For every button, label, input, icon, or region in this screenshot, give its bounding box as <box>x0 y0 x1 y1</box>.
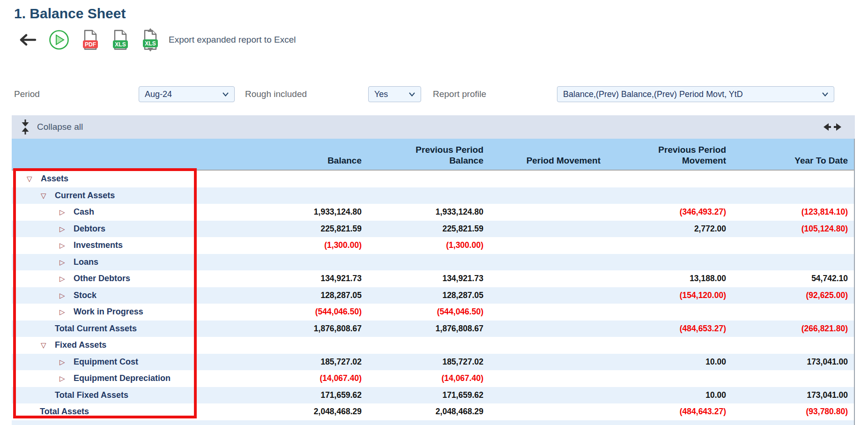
cell-previous-period-balance: 134,921.73 <box>369 270 490 287</box>
table-toolbar: Collapse all <box>12 115 855 139</box>
expand-triangle-icon[interactable]: ▽ <box>27 175 41 182</box>
run-report-icon[interactable] <box>49 30 69 50</box>
report-profile-select[interactable]: Balance,(Prev) Balance,(Prev) Period Mov… <box>557 86 834 102</box>
cell-previous-period-movement <box>608 187 733 204</box>
table-row: ▽ Liabilities <box>12 420 854 425</box>
cell-period-movement <box>490 237 608 254</box>
cell-period-movement <box>490 254 608 271</box>
export-expanded-excel-icon[interactable]: XLS <box>141 28 159 52</box>
cell-balance: 2,048,468.29 <box>215 403 369 420</box>
cell-year-to-date <box>733 420 855 425</box>
cell-balance <box>215 187 369 204</box>
back-arrow-icon[interactable] <box>20 33 37 47</box>
export-pdf-icon[interactable]: PDF <box>82 29 99 51</box>
header-account <box>12 139 215 170</box>
period-select-value: Aug-24 <box>145 89 172 99</box>
export-excel-icon[interactable]: XLS <box>111 29 129 51</box>
expand-triangle-icon[interactable]: ▷ <box>59 358 74 365</box>
cell-previous-period-movement <box>608 237 733 254</box>
cell-previous-period-movement: (154,120.00) <box>608 287 733 304</box>
cell-period-movement <box>490 204 608 221</box>
expand-triangle-icon[interactable]: ▽ <box>41 192 55 199</box>
expand-triangle-icon[interactable]: ▷ <box>59 259 74 266</box>
cell-previous-period-movement: 10.00 <box>608 354 733 371</box>
row-label: Current Assets <box>55 191 115 201</box>
header-period-movement: Period Movement <box>490 139 608 170</box>
cell-balance: (544,046.50) <box>215 304 369 321</box>
chevron-down-icon <box>409 92 415 97</box>
cell-year-to-date: (123,814.10) <box>733 204 855 221</box>
expand-triangle-icon[interactable]: ▷ <box>59 275 74 282</box>
cell-year-to-date: 173,041.00 <box>733 387 855 404</box>
rough-included-select[interactable]: Yes <box>368 86 421 102</box>
row-label: Debtors <box>74 224 105 234</box>
cell-balance <box>215 337 369 354</box>
cell-previous-period-balance: 225,821.59 <box>369 221 490 238</box>
cell-year-to-date <box>733 237 855 254</box>
cell-previous-period-movement <box>608 254 733 271</box>
rough-included-label: Rough included <box>245 86 307 102</box>
expand-triangle-icon[interactable]: ▷ <box>59 242 74 249</box>
row-label: Investments <box>74 240 123 250</box>
collapse-all-button[interactable]: Collapse all <box>20 119 83 135</box>
collapse-all-icon <box>20 119 30 135</box>
cell-year-to-date <box>733 254 855 271</box>
row-label: Work in Progress <box>74 307 143 317</box>
table-row: ▷ Stock 128,287.05 128,287.05 (154,120.0… <box>12 287 854 304</box>
table-row: ▽ Assets <box>12 171 854 187</box>
cell-balance <box>215 171 369 187</box>
cell-period-movement <box>490 354 608 371</box>
expand-triangle-icon[interactable]: ▷ <box>59 225 74 232</box>
report-profile-label: Report profile <box>433 86 486 102</box>
expand-columns-icon[interactable] <box>823 121 842 133</box>
expand-triangle-icon[interactable]: ▷ <box>59 375 74 382</box>
cell-year-to-date <box>733 337 855 354</box>
table-header-row: Balance Previous Period Balance Period M… <box>12 139 854 171</box>
cell-previous-period-movement: 13,188.00 <box>608 270 733 287</box>
pdf-badge-text: PDF <box>85 41 96 48</box>
cell-period-movement <box>490 337 608 354</box>
cell-period-movement <box>490 370 608 387</box>
cell-year-to-date <box>733 304 855 321</box>
expand-triangle-icon[interactable]: ▷ <box>59 209 74 216</box>
table-row: ▽ Fixed Assets <box>12 337 854 354</box>
cell-previous-period-movement: (346,493.27) <box>608 204 733 221</box>
table-body: ▽ Assets ▽ Current Assets ▷ Cash 1,933,1… <box>12 171 854 425</box>
cell-balance: 171,659.62 <box>215 387 369 404</box>
expand-triangle-icon[interactable]: ▽ <box>41 342 55 349</box>
row-label: Assets <box>41 174 68 184</box>
cell-previous-period-movement <box>608 337 733 354</box>
cell-previous-period-movement: (484,653.27) <box>608 321 733 337</box>
cell-balance: 225,821.59 <box>215 221 369 238</box>
cell-year-to-date: 173,041.00 <box>733 354 855 371</box>
cell-previous-period-balance <box>369 420 490 425</box>
row-label: Loans <box>74 257 98 267</box>
cell-previous-period-movement <box>608 370 733 387</box>
cell-previous-period-balance: 128,287.05 <box>369 287 490 304</box>
table-row: ▷ Investments (1,300.00) (1,300.00) <box>12 237 854 254</box>
cell-balance: 1,876,808.67 <box>215 321 369 337</box>
cell-previous-period-balance <box>369 171 490 187</box>
expand-triangle-icon[interactable]: ▷ <box>59 292 74 299</box>
period-select[interactable]: Aug-24 <box>139 86 235 102</box>
report-toolbar: PDF XLS XLS Export expanded report to Ex… <box>20 28 296 52</box>
table-grid: Balance Previous Period Balance Period M… <box>12 139 855 425</box>
row-label: Total Fixed Assets <box>55 390 128 400</box>
cell-previous-period-balance <box>369 337 490 354</box>
cell-previous-period-movement: 2,772.00 <box>608 221 733 238</box>
cell-balance <box>215 420 369 425</box>
cell-previous-period-balance <box>369 187 490 204</box>
cell-previous-period-balance: 171,659.62 <box>369 387 490 404</box>
table-row: ▷ Cash 1,933,124.80 1,933,124.80 (346,49… <box>12 204 854 221</box>
cell-previous-period-balance: 1,933,124.80 <box>369 204 490 221</box>
header-previous-period-balance: Previous Period Balance <box>369 139 490 170</box>
cell-balance <box>215 254 369 271</box>
cell-previous-period-balance: (1,300.00) <box>369 237 490 254</box>
row-label: Total Current Assets <box>55 324 137 334</box>
expand-triangle-icon[interactable]: ▷ <box>59 308 74 315</box>
cell-balance: (1,300.00) <box>215 237 369 254</box>
cell-previous-period-movement: (484,643.27) <box>608 403 733 420</box>
table-row: Total Assets 2,048,468.29 2,048,468.29 (… <box>12 403 854 420</box>
cell-period-movement <box>490 221 608 238</box>
table-row: ▷ Debtors 225,821.59 225,821.59 2,772.00… <box>12 221 854 238</box>
